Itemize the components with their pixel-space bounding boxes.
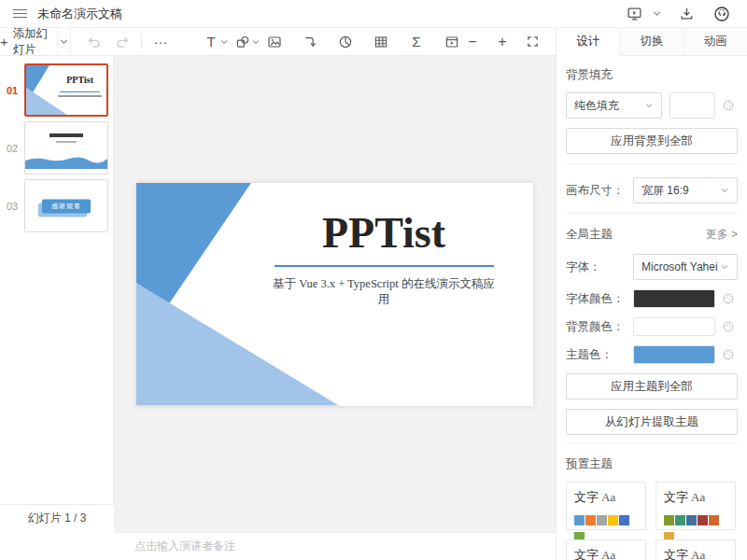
chevron-down-icon [720,262,729,272]
slide-divider-line[interactable] [275,265,494,267]
top-bar-actions [623,2,747,26]
current-slide[interactable]: PPTist 基于 Vue 3.x + TypeScript 的在线演示文稿应用 [136,183,533,406]
line-tool-icon[interactable] [300,31,320,53]
tool-strip: ··· T [70,28,556,55]
preset-themes-label: 预置主题 [566,456,738,472]
media-tool-icon[interactable] [442,31,462,53]
thumb-slide-title: PPTist [57,75,104,85]
divider [566,213,738,214]
slide-number: 02 [0,143,24,154]
chevron-down-icon [644,101,654,110]
undo-icon[interactable] [84,31,105,53]
apply-background-all-button[interactable]: 应用背景到全部 [566,128,738,154]
bg-color-label: 背景颜色： [566,319,633,335]
slide-subtitle-text[interactable]: 基于 Vue 3.x + TypeScript 的在线演示文稿应用 [267,276,500,308]
editor-canvas[interactable]: PPTist 基于 Vue 3.x + TypeScript 的在线演示文稿应用 [114,56,556,532]
slide-thumbnail-panel: 01 PPTist 02 03 [0,56,114,532]
text-tool-chevron-icon[interactable] [219,37,229,47]
slide-number: 01 [0,85,24,96]
table-tool-icon[interactable] [371,31,391,53]
text-tool-icon[interactable]: T [201,31,221,53]
color-palette-icon[interactable] [719,292,738,305]
top-bar: 未命名演示文稿 [0,0,747,28]
background-color-picker[interactable] [669,92,715,119]
add-slide-label: 添加幻灯片 [13,26,57,58]
zoom-out-icon[interactable]: − [462,31,483,53]
fill-type-select[interactable]: 纯色填充 [566,92,662,119]
slide-thumbnail-1[interactable]: PPTist [24,63,108,117]
menu-icon[interactable] [6,0,34,28]
theme-more-link[interactable]: 更多 > [706,227,738,243]
tab-design[interactable]: 设计 [557,28,620,56]
shape-tool-icon[interactable] [233,31,253,53]
bg-color-swatch[interactable] [633,317,715,336]
plus-icon: + [0,35,8,49]
theme-color-label: 主题色： [566,347,633,363]
thumb-slide3-text: 感谢观看 [42,199,91,213]
font-select[interactable]: Microsoft Yahei [633,254,738,280]
tab-transition[interactable]: 切换 [620,28,684,55]
image-tool-icon[interactable] [264,31,285,53]
font-color-swatch[interactable] [633,289,715,308]
document-title[interactable]: 未命名演示文稿 [37,6,122,22]
canvas-size-select[interactable]: 宽屏 16:9 [633,177,738,203]
preset-theme-card[interactable]: 文字Aa [566,539,646,560]
redo-icon[interactable] [112,31,133,53]
slide-thumbnail-2[interactable] [24,121,108,175]
preset-theme-card[interactable]: 文字Aa [655,482,736,530]
fit-screen-icon[interactable] [522,31,543,53]
apply-theme-all-button[interactable]: 应用主题到全部 [566,373,738,399]
present-chevron-icon[interactable] [652,2,662,26]
pptist-app: 未命名演示文稿 [0,0,747,560]
present-icon[interactable] [623,2,646,26]
zoom-controls: − + [462,31,556,53]
preset-theme-card[interactable]: 文字Aa [566,482,646,530]
background-fill-label: 背景填充 [566,67,738,83]
speaker-notes-input[interactable]: 点击输入演讲者备注 [114,532,556,560]
global-theme-label: 全局主题 [566,227,613,243]
add-slide-caret-button[interactable] [57,28,70,55]
more-icon[interactable]: ··· [150,31,171,53]
github-icon[interactable] [710,2,734,26]
theme-color-swatch[interactable] [633,345,715,364]
font-color-label: 字体颜色： [566,291,633,307]
divider [566,442,738,443]
slide-counter: 幻灯片 1 / 3 [0,504,114,532]
tab-animation[interactable]: 动画 [684,28,747,55]
chart-tool-icon[interactable] [335,31,356,53]
panel-tabs: 设计 切换 动画 [557,28,747,56]
shape-tool-chevron-icon[interactable] [251,37,261,47]
preset-theme-grid: 文字Aa 文字Aa 文字Aa 文字Aa [566,482,738,560]
chevron-down-icon [720,186,729,195]
canvas-size-label: 画布尺寸： [566,183,633,199]
formula-tool-icon[interactable]: Σ [406,31,427,53]
divider [566,163,738,164]
color-palette-icon[interactable] [719,99,738,112]
extract-theme-button[interactable]: 从幻灯片提取主题 [566,409,738,435]
color-palette-icon[interactable] [719,320,738,333]
preset-theme-card[interactable]: 文字Aa [655,539,736,560]
slide-number: 03 [0,201,24,212]
color-palette-icon[interactable] [719,348,738,361]
slide-thumbnail-3[interactable]: 感谢观看 [24,179,108,232]
font-label: 字体： [566,259,633,275]
slide-title-text[interactable]: PPTist [267,209,500,259]
wave-shape [25,155,107,169]
zoom-in-icon[interactable]: + [492,31,513,53]
add-slide-button[interactable]: + 添加幻灯片 [0,28,57,55]
download-icon[interactable] [675,2,698,26]
toolbar: + 添加幻灯片 ··· T [0,28,556,56]
design-panel: 设计 切换 动画 背景填充 纯色填充 [556,28,747,560]
